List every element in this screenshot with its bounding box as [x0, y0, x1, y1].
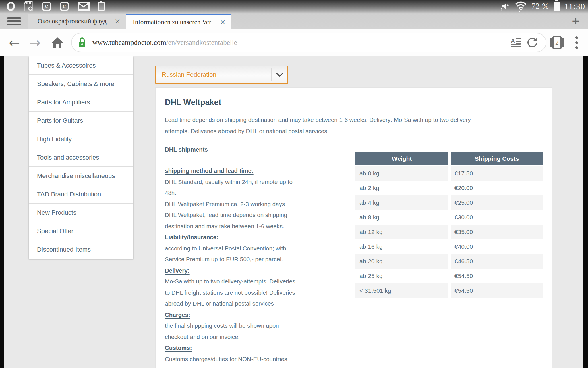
menu-button[interactable] — [7, 17, 21, 26]
country-select[interactable]: Russian Federation — [155, 66, 288, 84]
sidebar-item[interactable]: High Fidelity — [29, 130, 133, 148]
url-path: /en/versandkostentabelle — [166, 39, 237, 46]
sidebar-item[interactable]: Speakers, Cabinets & more — [29, 75, 133, 93]
cost-cell: €46.50 — [451, 254, 543, 269]
page-background-right — [583, 56, 588, 368]
page-background-left — [0, 56, 4, 368]
e-app-icon: e — [60, 2, 69, 11]
shipping-section: Charges: the final shippping costs will … — [165, 309, 320, 343]
battery-saver-icon — [98, 2, 105, 11]
section-text: DHL Standard, usually within 24h, if rem… — [165, 177, 320, 232]
weight-cell: ab 25 kg — [355, 269, 448, 283]
cost-cell: €54.50 — [451, 269, 543, 283]
table-body: ab 0 kg €17.50 ab 2 kg €20.00 ab 4 kg — [355, 166, 543, 298]
url-text: www.tubeampdoctor.com/en/versandkostenta… — [92, 39, 507, 47]
tab-count: 2 — [552, 36, 562, 49]
table-row: ab 8 kg €30.00 — [355, 210, 543, 225]
reload-icon[interactable] — [524, 34, 541, 51]
forward-button[interactable]: → — [27, 29, 43, 56]
shipping-info-panel: DHL Weltpaket Lead time depends on shipp… — [155, 87, 552, 368]
weight-cell: ab 12 kg — [355, 225, 448, 239]
weight-cell: ab 16 kg — [355, 239, 448, 254]
table-row: ab 20 kg €46.50 — [355, 254, 543, 269]
section-label: Liability/Insurance: — [165, 234, 218, 240]
table-row: ab 2 kg €20.00 — [355, 181, 543, 195]
table-row: ab 0 kg €17.50 — [355, 166, 543, 181]
table-row: ab 25 kg €54.50 — [355, 269, 543, 283]
cost-cell: €54.50 — [451, 283, 543, 298]
sidebar-item[interactable]: TAD Brand Distribution — [29, 185, 133, 204]
cost-cell: €20.00 — [451, 181, 543, 195]
country-select-value: Russian Federation — [156, 71, 271, 78]
table-row: ab 16 kg €40.00 — [355, 239, 543, 254]
reader-mode-icon[interactable]: A — [507, 34, 524, 51]
cost-cell: €30.00 — [451, 210, 543, 225]
weight-cell: ab 8 kg — [355, 210, 448, 225]
weight-cell: ab 2 kg — [355, 181, 448, 195]
cost-cell: €17.50 — [451, 166, 543, 181]
weight-cell: ab 0 kg — [355, 166, 448, 181]
section-label: Charges: — [165, 311, 190, 318]
browser-toolbar: ← → www.tubeampdoctor.com/en/versandkost… — [0, 29, 588, 56]
main-column: Russian Federation DHL Weltpaket Lead ti… — [155, 56, 552, 368]
mute-icon — [501, 2, 510, 11]
close-tab-icon[interactable]: × — [113, 16, 122, 26]
shipping-details: shipping method and lead time: DHL Stand… — [165, 165, 320, 368]
section-text: the final shippping costs will be shown … — [165, 320, 320, 342]
status-notification-icons: e e — [7, 1, 105, 12]
sidebar-item[interactable]: Special Offer — [29, 222, 133, 240]
wifi-icon — [514, 1, 527, 12]
intro-paragraph: Lead time depends on shipping destinatio… — [165, 114, 538, 137]
cost-cell: €25.00 — [451, 195, 543, 210]
status-system-icons: 72 % 11:30 — [501, 1, 585, 12]
section-label: Delivery: — [165, 267, 190, 274]
e-app-icon: e — [42, 2, 51, 11]
weight-cell: ab 20 kg — [355, 254, 448, 269]
costs-column-header: Shipping Costs — [451, 152, 543, 165]
sidebar-item[interactable]: Merchandise miscellaneous — [29, 167, 133, 185]
sidebar-item[interactable]: New Products — [29, 204, 133, 222]
mail-icon — [78, 2, 90, 11]
shipping-section: Liability/Insurance: according to Univer… — [165, 232, 320, 265]
sidebar-item[interactable]: Parts for Amplifiers — [29, 93, 133, 112]
category-sidebar: Tubes & Accessoires Speakers, Cabinets &… — [29, 56, 133, 259]
table-row: ab 4 kg €25.00 — [355, 195, 543, 210]
weight-column-header: Weight — [355, 152, 448, 165]
section-text: Customs charges/duties for NON-EU-countr… — [165, 354, 320, 368]
sd-card-icon — [24, 1, 33, 12]
cost-cell: €40.00 — [451, 239, 543, 254]
opera-icon — [7, 2, 15, 11]
tab-title: Informationen zu unseren Ver — [133, 18, 218, 26]
table-header-row: Weight Shipping Costs — [355, 152, 543, 165]
battery-percent: 72 % — [532, 2, 549, 11]
sidebar-item[interactable]: Discontinued Items — [29, 240, 133, 259]
weight-cell: < 31.501 kg — [355, 283, 448, 298]
tab-switcher-button[interactable]: 2 — [550, 36, 564, 49]
clock: 11:30 — [564, 1, 585, 11]
shipping-section: shipping method and lead time: DHL Stand… — [165, 165, 320, 232]
shipping-section: Customs: Customs charges/duties for NON-… — [165, 342, 320, 368]
tab-informationen[interactable]: Informationen zu unseren Ver × — [126, 14, 231, 29]
sidebar-item[interactable]: Parts for Guitars — [29, 112, 133, 130]
new-tab-button[interactable]: + — [568, 14, 583, 28]
tab-okolokraftovsky[interactable]: Околокрафтовский флуд × — [28, 14, 126, 29]
sidebar-item[interactable]: Tools and accessories — [29, 148, 133, 167]
section-label: Customs: — [165, 344, 192, 351]
table-row: ab 12 kg €35.00 — [355, 225, 543, 239]
page-content: Tubes & Accessoires Speakers, Cabinets &… — [0, 56, 588, 368]
overflow-menu-icon[interactable] — [572, 35, 581, 50]
lock-icon — [78, 37, 86, 48]
weight-cell: ab 4 kg — [355, 195, 448, 210]
tab-title: Околокрафтовский флуд — [38, 18, 113, 25]
close-tab-icon[interactable]: × — [218, 17, 227, 27]
back-button[interactable]: ← — [6, 29, 22, 56]
battery-icon — [554, 2, 560, 11]
status-bar: e e — [0, 0, 588, 14]
table-row: < 31.501 kg €54.50 — [355, 283, 543, 298]
chevron-down-icon — [271, 68, 287, 81]
address-bar[interactable]: www.tubeampdoctor.com/en/versandkostenta… — [71, 33, 546, 52]
tab-bar: Околокрафтовский флуд × Informationen zu… — [0, 14, 588, 29]
home-button[interactable] — [49, 29, 66, 56]
page-title: DHL Weltpaket — [165, 97, 543, 107]
sidebar-item[interactable]: Tubes & Accessoires — [29, 56, 133, 75]
